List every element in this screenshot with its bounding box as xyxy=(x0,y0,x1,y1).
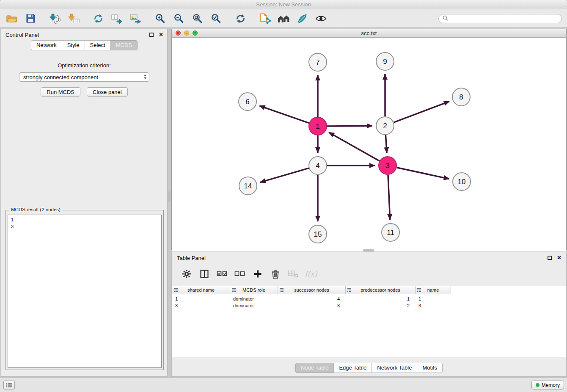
graph-edge-1-6[interactable] xyxy=(259,106,309,123)
save-session-button[interactable] xyxy=(24,11,37,26)
graph-edge-3-10[interactable] xyxy=(397,168,449,179)
open-session-button[interactable] xyxy=(5,11,19,26)
save-session-icon xyxy=(26,14,36,23)
deselect-all-button[interactable] xyxy=(234,267,246,281)
table-row[interactable]: 1dominator411 xyxy=(172,295,566,302)
first-neighbors-button[interactable] xyxy=(277,11,290,26)
mcds-result-list[interactable]: 13 xyxy=(8,215,162,368)
graph-node-label: 14 xyxy=(244,182,252,190)
tab-style[interactable]: Style xyxy=(62,40,85,50)
column-header-shared-name[interactable]: shared name xyxy=(172,286,230,294)
zoom-in-button[interactable] xyxy=(153,11,167,26)
table-cell: 2 xyxy=(346,303,416,308)
memory-button[interactable]: Memory xyxy=(531,381,564,389)
delete-table-button[interactable] xyxy=(287,267,300,281)
zoom-selected-icon xyxy=(211,13,221,24)
delete-table-icon xyxy=(288,270,299,278)
column-header-successor-nodes[interactable]: successor nodes xyxy=(278,286,346,294)
new-column-button[interactable] xyxy=(251,267,264,281)
graph-edge-3-11[interactable] xyxy=(388,175,390,220)
export-table-button[interactable] xyxy=(110,11,124,26)
clone-network-button[interactable] xyxy=(258,11,272,26)
horizontal-splitter[interactable] xyxy=(363,249,374,251)
main-toolbar-icons xyxy=(5,11,339,26)
graph-node-6[interactable]: 6 xyxy=(239,93,256,110)
refresh-button[interactable] xyxy=(234,11,247,26)
import-network-button[interactable] xyxy=(48,11,62,26)
graph-node-10[interactable]: 10 xyxy=(453,173,471,190)
graph-node-1[interactable]: 1 xyxy=(309,117,327,135)
export-image-icon xyxy=(129,14,141,24)
graph-edge-1-2[interactable] xyxy=(327,126,372,126)
zoom-fit-button[interactable] xyxy=(190,11,204,26)
column-header-name[interactable]: name xyxy=(416,286,451,294)
tab-select[interactable]: Select xyxy=(85,40,111,50)
export-image-button[interactable] xyxy=(129,11,142,26)
export-network-button[interactable] xyxy=(91,11,105,26)
optimization-criterion-label: Optimization criterion: xyxy=(1,62,167,69)
function-builder-button[interactable]: f(x) xyxy=(305,267,317,281)
close-panel-button[interactable]: Close panel xyxy=(87,87,128,97)
run-mcds-button[interactable]: Run MCDS xyxy=(41,87,80,97)
zoom-selected-button[interactable] xyxy=(209,11,223,26)
column-header-label: MCDS role xyxy=(242,287,265,293)
show-panels-button[interactable] xyxy=(3,381,15,389)
network-window-title: scc.txt xyxy=(361,30,377,36)
search-input[interactable] xyxy=(450,16,558,22)
graph-edge-4-14[interactable] xyxy=(260,168,309,182)
graph-node-3[interactable]: 3 xyxy=(379,157,396,174)
clone-network-icon xyxy=(259,13,271,24)
zoom-window-button[interactable]: + xyxy=(193,30,198,36)
table-tab-node-table[interactable]: Node Table xyxy=(295,363,334,373)
graph-edge-2-3[interactable] xyxy=(385,135,387,153)
table-toolbar-icons: f(x) xyxy=(172,263,566,284)
select-all-button[interactable] xyxy=(216,267,228,281)
close-table-panel-icon[interactable]: × xyxy=(557,254,561,261)
memory-label: Memory xyxy=(542,382,560,388)
import-table-button[interactable] xyxy=(67,11,80,26)
show-details-button[interactable] xyxy=(314,11,328,26)
table-options-button[interactable] xyxy=(180,267,193,281)
column-header-predecessor-nodes[interactable]: predecessor nodes xyxy=(346,286,416,294)
zoom-out-button[interactable] xyxy=(172,11,185,26)
graph-node-4[interactable]: 4 xyxy=(309,157,327,174)
graph-edge-2-8[interactable] xyxy=(394,102,449,123)
zoom-out-icon xyxy=(173,13,184,24)
network-canvas-svg[interactable]: 1234678910111415 xyxy=(172,38,566,250)
table-tab-network-table[interactable]: Network Table xyxy=(372,363,417,373)
graph-node-label: 1 xyxy=(316,122,319,130)
column-header-mcds-role[interactable]: MCDS role xyxy=(230,286,278,294)
minimize-window-button[interactable]: – xyxy=(184,30,189,36)
function-icon: f(x) xyxy=(305,270,317,278)
delete-columns-button[interactable] xyxy=(269,267,282,281)
graph-node-11[interactable]: 11 xyxy=(382,224,399,241)
search-box[interactable] xyxy=(438,14,562,23)
table-panel-title: Table Panel xyxy=(177,255,206,261)
tab-mcds[interactable]: MCDS xyxy=(110,40,138,50)
import-table-icon xyxy=(68,13,80,24)
graph-node-9[interactable]: 9 xyxy=(376,52,394,70)
mcds-result-line: 1 xyxy=(11,216,158,223)
graph-node-14[interactable]: 14 xyxy=(239,177,257,195)
table-header-row: shared nameMCDS rolesuccessor nodesprede… xyxy=(172,286,566,294)
graph-node-2[interactable]: 2 xyxy=(376,117,394,135)
float-panel-icon[interactable] xyxy=(149,33,154,37)
mcds-result-line: 3 xyxy=(11,223,158,230)
table-tab-edge-table[interactable]: Edge Table xyxy=(333,363,372,373)
table-tab-motifs[interactable]: Motifs xyxy=(417,363,443,373)
control-panel-title: Control Panel xyxy=(6,32,39,38)
graph-node-7[interactable]: 7 xyxy=(309,53,327,71)
graph-edge-3-1[interactable] xyxy=(329,133,380,161)
float-table-panel-icon[interactable] xyxy=(548,256,552,260)
optimization-criterion-select[interactable]: strongly connected component xyxy=(19,72,149,82)
graph-node-8[interactable]: 8 xyxy=(452,88,470,106)
close-panel-icon[interactable]: × xyxy=(159,31,163,38)
show-columns-button[interactable] xyxy=(198,267,211,281)
tab-network[interactable]: Network xyxy=(31,40,62,50)
close-window-button[interactable]: × xyxy=(176,30,181,36)
criterion-value: strongly connected component xyxy=(23,74,98,80)
vertical-splitter[interactable] xyxy=(168,191,171,202)
apply-style-button[interactable] xyxy=(295,11,309,26)
graph-node-15[interactable]: 15 xyxy=(309,225,327,243)
table-row[interactable]: 3dominator323 xyxy=(172,302,566,309)
